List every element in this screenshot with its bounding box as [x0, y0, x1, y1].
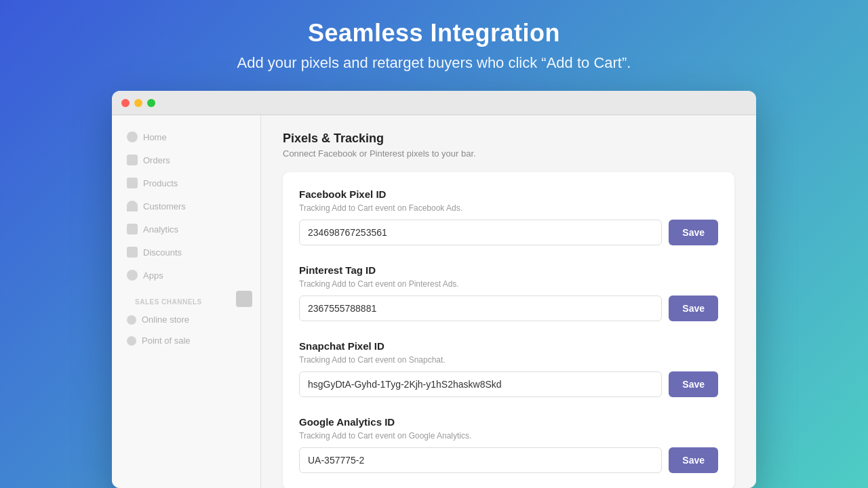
hero-subtitle: Add your pixels and retarget buyers who …	[237, 54, 631, 72]
snapchat-pixel-save-button[interactable]: Save	[669, 371, 718, 397]
facebook-pixel-row: Save	[299, 220, 718, 245]
hero-section: Seamless Integration Add your pixels and…	[224, 0, 645, 88]
facebook-pixel-save-button[interactable]: Save	[669, 220, 718, 245]
sidebar-nav-label: Discounts	[143, 247, 182, 258]
app-window: Home Orders Products Customers Analytics	[112, 91, 756, 488]
google-analytics-save-button[interactable]: Save	[669, 447, 718, 473]
sidebar-item-discounts[interactable]: Discounts	[120, 241, 252, 263]
close-button[interactable]	[121, 99, 130, 107]
hero-title: Seamless Integration	[237, 19, 631, 47]
orders-icon	[127, 155, 138, 165]
facebook-pixel-group: Facebook Pixel ID Tracking Add to Cart e…	[299, 188, 718, 245]
pos-label: Point of sale	[142, 336, 191, 346]
traffic-lights	[121, 99, 155, 107]
google-analytics-label: Google Analytics ID	[299, 416, 718, 428]
sidebar-nav-label: Analytics	[143, 224, 178, 235]
snapchat-pixel-row: Save	[299, 371, 718, 397]
customers-icon	[127, 201, 138, 211]
facebook-pixel-input[interactable]	[299, 220, 662, 245]
minimize-button[interactable]	[134, 99, 142, 107]
sidebar-section-header: SALES CHANNELS	[112, 287, 260, 310]
apps-icon	[127, 270, 138, 281]
facebook-pixel-label: Facebook Pixel ID	[299, 188, 718, 200]
pinterest-tag-save-button[interactable]: Save	[669, 296, 718, 321]
sidebar-item-apps[interactable]: Apps	[120, 264, 252, 286]
pinterest-tag-row: Save	[299, 296, 718, 321]
analytics-icon	[127, 224, 138, 235]
home-icon	[127, 131, 138, 142]
sidebar-nav-label: Orders	[143, 155, 170, 165]
sidebar: Home Orders Products Customers Analytics	[112, 115, 261, 488]
pinterest-tag-group: Pinterest Tag ID Tracking Add to Cart ev…	[299, 264, 718, 321]
sidebar-nav-label: Products	[143, 178, 178, 188]
sidebar-nav-label: Customers	[143, 201, 186, 211]
snapchat-pixel-label: Snapchat Pixel ID	[299, 340, 718, 352]
section-title: Pixels & Tracking	[283, 131, 734, 146]
google-analytics-input[interactable]	[299, 447, 662, 473]
pos-dot-icon	[127, 336, 136, 346]
sidebar-item-home[interactable]: Home	[120, 126, 252, 148]
section-desc: Connect Facebook or Pinterest pixels to …	[283, 148, 734, 159]
sidebar-stores: Online store Point of sale	[112, 310, 260, 350]
store-label: Online store	[142, 314, 189, 325]
sidebar-item-analytics[interactable]: Analytics	[120, 218, 252, 240]
sidebar-item-orders[interactable]: Orders	[120, 149, 252, 171]
snapchat-pixel-hint: Tracking Add to Cart event on Snapchat.	[299, 355, 718, 365]
sidebar-item-point-of-sale[interactable]: Point of sale	[120, 331, 252, 350]
sidebar-item-customers[interactable]: Customers	[120, 195, 252, 217]
google-analytics-hint: Tracking Add to Cart event on Google Ana…	[299, 431, 718, 441]
pinterest-tag-input[interactable]	[299, 296, 662, 321]
google-analytics-group: Google Analytics ID Tracking Add to Cart…	[299, 416, 718, 473]
sidebar-section-label: SALES CHANNELS	[120, 287, 217, 310]
snapchat-pixel-input[interactable]	[299, 371, 662, 397]
facebook-pixel-hint: Tracking Add to Cart event on Facebook A…	[299, 203, 718, 213]
sidebar-nav-label: Home	[143, 132, 167, 142]
add-channel-icon[interactable]	[236, 291, 252, 307]
window-body: Home Orders Products Customers Analytics	[112, 115, 756, 488]
maximize-button[interactable]	[147, 99, 155, 107]
snapchat-pixel-group: Snapchat Pixel ID Tracking Add to Cart e…	[299, 340, 718, 397]
pinterest-tag-label: Pinterest Tag ID	[299, 264, 718, 276]
discounts-icon	[127, 247, 138, 258]
tracking-card: Facebook Pixel ID Tracking Add to Cart e…	[283, 172, 734, 488]
pinterest-tag-hint: Tracking Add to Cart event on Pinterest …	[299, 279, 718, 289]
main-content: Pixels & Tracking Connect Facebook or Pi…	[261, 115, 756, 488]
sidebar-item-online-store[interactable]: Online store	[120, 310, 252, 329]
sidebar-item-products[interactable]: Products	[120, 172, 252, 194]
google-analytics-row: Save	[299, 447, 718, 473]
sidebar-nav-label: Apps	[143, 270, 163, 281]
store-dot-icon	[127, 315, 136, 325]
window-titlebar	[112, 91, 756, 115]
products-icon	[127, 178, 138, 188]
sidebar-nav: Home Orders Products Customers Analytics	[112, 126, 260, 286]
